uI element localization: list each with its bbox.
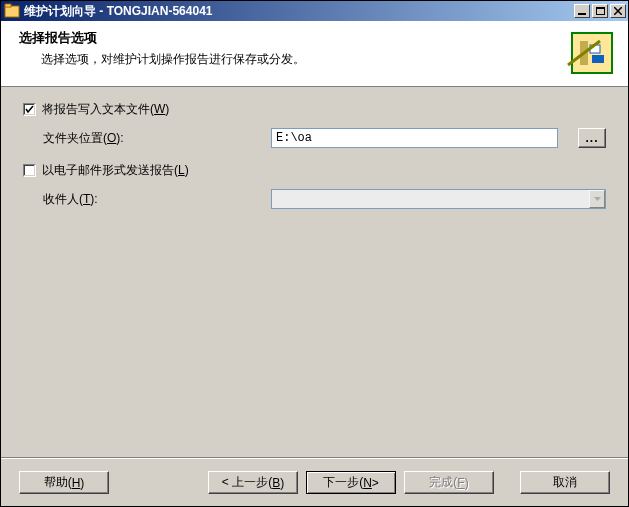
folder-location-input[interactable] bbox=[271, 128, 558, 148]
svg-rect-1 bbox=[5, 4, 11, 7]
email-report-label-post: ) bbox=[185, 163, 189, 177]
email-report-row: 以电子邮件形式发送报告(L) bbox=[23, 162, 606, 179]
cancel-button[interactable]: 取消 bbox=[520, 471, 610, 494]
browse-button[interactable]: ... bbox=[578, 128, 606, 148]
recipient-label: 收件人(T): bbox=[43, 191, 263, 208]
close-button[interactable] bbox=[610, 4, 626, 18]
svg-rect-9 bbox=[592, 55, 604, 63]
write-to-file-checkbox[interactable]: 将报告写入文本文件(W) bbox=[23, 101, 169, 118]
window-buttons bbox=[572, 4, 626, 18]
recipient-combo bbox=[271, 189, 606, 209]
recipient-row: 收件人(T): bbox=[43, 189, 606, 209]
svg-rect-2 bbox=[578, 13, 586, 15]
folder-location-label: 文件夹位置(O): bbox=[43, 130, 263, 147]
recipient-input bbox=[271, 189, 606, 209]
checkbox-icon bbox=[23, 164, 36, 177]
svg-rect-0 bbox=[5, 6, 19, 17]
wizard-body: 将报告写入文本文件(W) 文件夹位置(O): ... 以电子邮件形式发送报告(L… bbox=[1, 87, 628, 209]
write-to-file-accel: W bbox=[154, 102, 165, 116]
email-report-checkbox[interactable]: 以电子邮件形式发送报告(L) bbox=[23, 162, 189, 179]
header-icon bbox=[566, 27, 618, 79]
page-description: 选择选项，对维护计划操作报告进行保存或分发。 bbox=[41, 51, 548, 68]
folder-location-row: 文件夹位置(O): ... bbox=[43, 128, 606, 148]
email-report-accel: L bbox=[178, 163, 185, 177]
wizard-window: 维护计划向导 - TONGJIAN-564041 选择报告选项 选择选项，对维护… bbox=[0, 0, 629, 507]
write-to-file-label-pre: 将报告写入文本文件( bbox=[42, 102, 154, 116]
app-icon bbox=[4, 3, 20, 19]
next-button[interactable]: 下一步(N > bbox=[306, 471, 396, 494]
help-button[interactable]: 帮助(H) bbox=[19, 471, 109, 494]
titlebar: 维护计划向导 - TONGJIAN-564041 bbox=[1, 1, 628, 21]
cancel-button-label: 取消 bbox=[553, 474, 577, 491]
maximize-button[interactable] bbox=[592, 4, 608, 18]
wizard-header: 选择报告选项 选择选项，对维护计划操作报告进行保存或分发。 bbox=[1, 21, 628, 87]
page-title: 选择报告选项 bbox=[19, 29, 548, 47]
svg-marker-12 bbox=[594, 197, 601, 201]
wizard-footer: 帮助(H) < 上一步(B) 下一步(N > 完成(F) 取消 bbox=[1, 458, 628, 506]
write-to-file-row: 将报告写入文本文件(W) bbox=[23, 101, 606, 118]
write-to-file-label-post: ) bbox=[165, 102, 169, 116]
svg-rect-4 bbox=[596, 7, 605, 9]
browse-button-label: ... bbox=[585, 131, 598, 145]
back-button[interactable]: < 上一步(B) bbox=[208, 471, 298, 494]
window-title: 维护计划向导 - TONGJIAN-564041 bbox=[24, 3, 572, 20]
finish-button: 完成(F) bbox=[404, 471, 494, 494]
chevron-down-icon bbox=[589, 190, 605, 208]
minimize-button[interactable] bbox=[574, 4, 590, 18]
email-report-label-pre: 以电子邮件形式发送报告( bbox=[42, 163, 178, 177]
checkbox-icon bbox=[23, 103, 36, 116]
